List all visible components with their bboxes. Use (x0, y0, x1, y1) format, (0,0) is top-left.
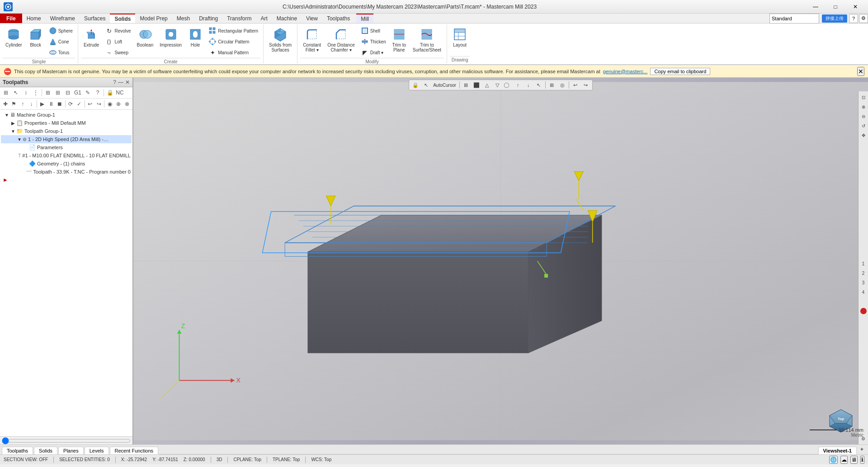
tree-toolpath-group[interactable]: ▼ 📁 Toolpath Group-1 (1, 127, 132, 135)
menu-surfaces[interactable]: Surfaces (80, 14, 110, 23)
mastercam-login-button[interactable]: 拼接上传 (822, 14, 847, 23)
menu-toolpaths[interactable]: Toolpaths (322, 14, 354, 23)
menu-view[interactable]: View (302, 14, 322, 23)
panel-scroll[interactable] (0, 436, 132, 444)
rt-zoom-out[interactable]: ⊖ (859, 112, 868, 120)
layout-button[interactable]: Layout (450, 25, 470, 49)
panel-tool2-check[interactable]: ✓ (75, 99, 83, 108)
cylinder-button[interactable]: Cylinder (3, 25, 25, 49)
panel-tool2-sim[interactable]: ◉ (106, 99, 113, 108)
vp-all-btn[interactable]: ↑ (513, 80, 523, 90)
panel-tool-collapse[interactable]: ⊟ (63, 88, 72, 97)
tree-parameters[interactable]: 📄 Parameters (1, 143, 132, 151)
draft-button[interactable]: ◤ Draft ▾ (359, 47, 388, 58)
loft-button[interactable]: ⟨⟩ Loft (103, 36, 133, 47)
menu-drafting[interactable]: Drafting (194, 14, 222, 23)
panel-pin-button[interactable]: — (118, 79, 123, 85)
panel-tool2-add[interactable]: ✚ (1, 99, 9, 108)
impression-button[interactable]: Impression (157, 25, 184, 49)
panel-tool-help[interactable]: ? (93, 88, 102, 97)
close-button[interactable]: ✕ (846, 2, 864, 11)
trim-to-plane-button[interactable]: Trim to Plane (389, 25, 409, 54)
menu-transform[interactable]: Transform (222, 14, 256, 23)
warning-close-button[interactable]: ✕ (857, 67, 864, 76)
tab-recent-functions[interactable]: Recent Functions (110, 447, 159, 454)
panel-tool-nc[interactable]: NC (115, 88, 124, 97)
vp-snap-btn[interactable]: ⊞ (461, 80, 471, 90)
vp-loop-btn[interactable]: ◎ (557, 80, 567, 90)
panel-tool-lock[interactable]: 🔒 (105, 88, 114, 97)
status-monitor-btn[interactable]: 🖥 (850, 456, 858, 464)
menu-mesh[interactable]: Mesh (172, 14, 194, 23)
torus-button[interactable]: Torus (47, 47, 75, 58)
rt-view3[interactable]: 3 (859, 278, 868, 287)
status-cloud-btn[interactable]: ☁ (840, 456, 848, 464)
tree-expand-machine[interactable]: ▼ (4, 112, 10, 118)
copy-email-button[interactable]: Copy email to clipboard (650, 68, 710, 75)
rt-zoom-in[interactable]: ⊕ (859, 103, 868, 111)
rt-view2[interactable]: 2 (859, 269, 868, 277)
vp-select-btn[interactable]: △ (482, 80, 492, 90)
warning-email-link[interactable]: genuine@masterc... (603, 69, 648, 74)
vp-deselect-btn[interactable]: ▽ (492, 80, 502, 90)
rt-zoom-fit[interactable]: ⊡ (859, 93, 868, 101)
circ-pattern-button[interactable]: Circular Pattern (206, 36, 260, 47)
rt-view1[interactable]: 1 (859, 259, 868, 268)
panel-tool-edit[interactable]: ✎ (83, 88, 92, 97)
tab-viewsheet-1[interactable]: Viewsheet-1 (818, 447, 857, 454)
panel-tool2-regen[interactable]: ⟳ (66, 99, 74, 108)
boolean-button[interactable]: Boolean (134, 25, 156, 49)
panel-tool2-down[interactable]: ↓ (28, 99, 35, 108)
tree-toolpath-1[interactable]: ▼ ⚙ 1 - 2D High Speed (2D Area Mill) - [… (1, 135, 132, 143)
panel-tool2-flag[interactable]: ⚑ (10, 99, 18, 108)
shell-button[interactable]: Shell (359, 25, 388, 36)
panel-tool-grid[interactable]: ⊞ (43, 88, 52, 97)
cone-button[interactable]: Cone (47, 36, 75, 47)
panel-tool2-pause[interactable]: ⏸ (47, 99, 55, 108)
tree-toolpath-result[interactable]: 〰 Toolpath - 33.9K - T.NC - Program numb… (1, 168, 132, 176)
constant-fillet-button[interactable]: Constant Fillet ▾ (300, 25, 324, 54)
panel-tool-g1[interactable]: G1 (73, 88, 82, 97)
maximize-button[interactable]: □ (826, 2, 844, 11)
panel-tool-filter[interactable]: ⋮ (31, 88, 40, 97)
settings-button[interactable]: ⚙ (859, 14, 868, 23)
status-info-btn[interactable]: ℹ (860, 456, 864, 464)
panel-tool-cursor[interactable]: ↕ (21, 88, 30, 97)
panel-tool2-undo[interactable]: ↩ (86, 99, 94, 108)
menu-mill[interactable]: Mill (356, 14, 373, 23)
vp-only-btn[interactable]: ↖ (534, 80, 544, 90)
trim-to-surface-button[interactable]: Trim to Surface/Sheet (410, 25, 444, 54)
menu-wireframe[interactable]: Wireframe (46, 14, 80, 23)
vp-undo-btn[interactable]: ↩ (571, 80, 580, 90)
tab-solids[interactable]: Solids (34, 447, 57, 454)
tab-toolpaths[interactable]: Toolpaths (2, 447, 33, 454)
tab-planes[interactable]: Planes (58, 447, 84, 454)
vp-filter-btn[interactable]: ⃝ (503, 80, 513, 90)
vp-invert-btn[interactable]: ↓ (524, 80, 533, 90)
tree-expand-toolpath-group[interactable]: ▼ (10, 128, 16, 134)
sphere-button[interactable]: Sphere (47, 25, 75, 36)
panel-tool2-play[interactable]: ▶ (38, 99, 46, 108)
extrude-button[interactable]: Extrude (81, 25, 102, 49)
minimize-button[interactable]: — (807, 2, 825, 11)
panel-tool2-post[interactable]: ⊗ (123, 99, 131, 108)
menu-machine[interactable]: Machine (272, 14, 302, 23)
help-button[interactable]: ? (849, 14, 858, 23)
tree-expand-properties[interactable]: ▶ (10, 120, 16, 126)
tree-mill-flat[interactable]: T #1 - M10.00 FLAT ENDMILL - 10 FLAT END… (1, 151, 132, 160)
rect-pattern-button[interactable]: Rectangular Pattern (206, 25, 260, 36)
one-distance-chamfer-button[interactable]: One Distance Chamfer ▾ (325, 25, 358, 54)
rt-view4[interactable]: 4 (859, 288, 868, 296)
sweep-button[interactable]: ~ Sweep (103, 47, 133, 58)
tree-geometry[interactable]: 🔷 Geometry - (1) chains (1, 160, 132, 168)
panel-close-button[interactable]: ✕ (125, 79, 130, 85)
viewport[interactable]: 🔒 ↖ AutoCursor ⊞ ⬛ △ ▽ ⃝ ↑ ↓ ↖ ⊞ ◎ ↩ ↪ (133, 78, 868, 444)
panel-tool-expand[interactable]: ⊞ (53, 88, 62, 97)
menu-model-prep[interactable]: Model Prep (135, 14, 172, 23)
thicken-button[interactable]: Thicken (359, 36, 388, 47)
menu-art[interactable]: Art (256, 14, 272, 23)
panel-tool-select-all[interactable]: ⊞ (1, 88, 10, 97)
status-globe-btn[interactable]: 🌐 (829, 456, 838, 464)
panel-tool2-up[interactable]: ↑ (19, 99, 27, 108)
menu-file[interactable]: File (0, 14, 22, 23)
